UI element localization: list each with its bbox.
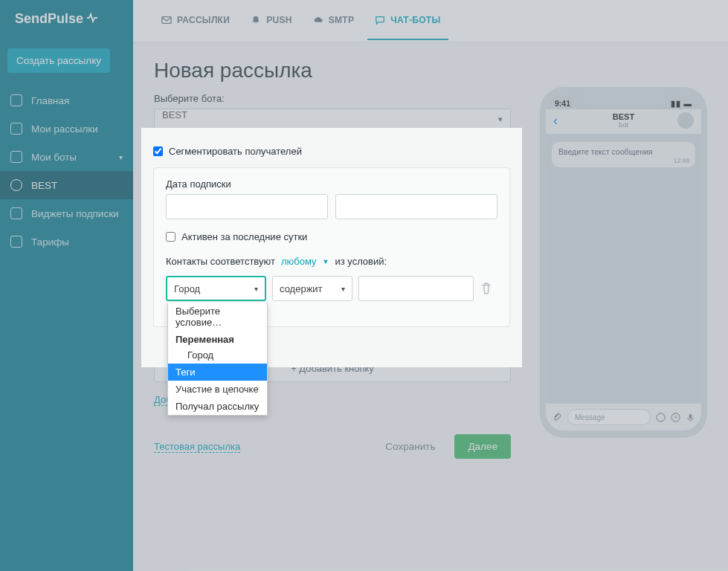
chat-bubble: Введите текст сообщения 12:48 bbox=[552, 142, 695, 167]
chat-message-field[interactable]: Message bbox=[567, 409, 651, 425]
campaigns-icon bbox=[10, 123, 22, 135]
nav-label: BEST bbox=[31, 180, 57, 191]
tab-mailings[interactable]: РАССЫЛКИ bbox=[154, 1, 237, 40]
mail-icon bbox=[161, 15, 172, 25]
chevron-down-icon: ▾ bbox=[119, 153, 123, 161]
pulse-icon bbox=[86, 13, 98, 26]
phone-preview: 9:41 ▮▮ ▬ ‹ BEST bot Введите текст сообщ… bbox=[540, 87, 707, 438]
tab-chatbots[interactable]: ЧАТ-БОТЫ bbox=[367, 1, 448, 40]
mic-icon[interactable] bbox=[686, 413, 695, 422]
segment-checkbox[interactable] bbox=[153, 146, 163, 156]
chat-bot-sub: bot bbox=[613, 121, 634, 129]
tab-label: SMTP bbox=[329, 15, 355, 25]
opt-group-var: Переменная bbox=[168, 331, 267, 346]
active-24h-checkbox[interactable] bbox=[166, 232, 175, 242]
attach-icon[interactable] bbox=[552, 412, 562, 422]
nav-campaigns[interactable]: Мои рассылки bbox=[0, 114, 133, 143]
bubble-text: Введите текст сообщения bbox=[558, 147, 653, 156]
svg-point-1 bbox=[657, 413, 665, 421]
filter-operator-select[interactable]: содержит bbox=[272, 276, 352, 301]
opt-placeholder[interactable]: Выберите условие… bbox=[168, 303, 267, 331]
phone-signal-icons: ▮▮ ▬ bbox=[671, 99, 692, 108]
logo: SendPulse bbox=[0, 0, 133, 38]
filter-field-value: Город bbox=[174, 283, 200, 294]
chat-body: Введите текст сообщения 12:48 bbox=[546, 135, 701, 179]
chat-input-bar: Message bbox=[546, 403, 701, 430]
nav-bot-best[interactable]: BEST bbox=[0, 171, 133, 199]
opt-in-chain[interactable]: Участие в цепочке bbox=[168, 381, 267, 398]
cond-suffix: из условий: bbox=[335, 256, 387, 267]
segment-panel: Сегментировать получателей Дата подписки… bbox=[141, 128, 522, 367]
tab-smtp[interactable]: SMTP bbox=[306, 1, 362, 40]
segment-label: Сегментировать получателей bbox=[169, 146, 302, 157]
phone-time: 9:41 bbox=[555, 99, 570, 108]
chat-bot-name: BEST bbox=[613, 112, 634, 121]
active-label: Активен за последние сутки bbox=[181, 231, 307, 242]
svg-rect-3 bbox=[689, 413, 692, 419]
filter-op-value: содержит bbox=[280, 283, 323, 294]
date-to-input[interactable] bbox=[335, 194, 497, 219]
chat-msg-placeholder: Message bbox=[575, 413, 605, 422]
tab-label: РАССЫЛКИ bbox=[177, 15, 230, 25]
next-button[interactable]: Далее bbox=[454, 434, 511, 459]
cond-prefix: Контакты соответствуют bbox=[166, 256, 275, 267]
chat-icon bbox=[375, 15, 385, 25]
cloud-icon bbox=[313, 15, 323, 25]
any-selector[interactable]: любому bbox=[281, 256, 317, 267]
tariffs-icon bbox=[10, 236, 22, 248]
bot-dot-icon bbox=[10, 179, 22, 191]
date-label: Дата подписки bbox=[166, 178, 497, 190]
sidebar: SendPulse Создать рассылку Главная Мои р… bbox=[0, 0, 133, 571]
opt-tags[interactable]: Теги bbox=[168, 364, 267, 381]
test-campaign-link[interactable]: Тестовая рассылка bbox=[154, 441, 240, 453]
chat-avatar bbox=[677, 112, 694, 129]
filter-row: Город Выберите условие… Переменная Город… bbox=[166, 276, 497, 301]
svg-rect-0 bbox=[162, 17, 171, 24]
condition-header: Контакты соответствуют любому ▼ из услов… bbox=[166, 256, 497, 267]
nav-label: Мои боты bbox=[31, 152, 77, 163]
top-nav: РАССЫЛКИ PUSH SMTP ЧАТ-БОТЫ bbox=[133, 0, 728, 42]
footer-actions: Тестовая рассылка Сохранить Далее bbox=[154, 434, 511, 459]
filter-dropdown: Выберите условие… Переменная Город Теги … bbox=[167, 303, 268, 416]
phone-notch bbox=[590, 94, 657, 108]
trash-icon[interactable] bbox=[480, 282, 493, 295]
back-icon[interactable]: ‹ bbox=[553, 113, 558, 129]
nav-widgets[interactable]: Виджеты подписки bbox=[0, 199, 133, 228]
chat-header: ‹ BEST bot bbox=[546, 109, 701, 135]
bubble-time: 12:48 bbox=[674, 157, 689, 164]
widgets-icon bbox=[10, 207, 22, 219]
opt-received[interactable]: Получал рассылку bbox=[168, 398, 267, 415]
filter-value-input[interactable] bbox=[358, 276, 474, 301]
date-from-input[interactable] bbox=[166, 194, 328, 219]
tab-push[interactable]: PUSH bbox=[243, 1, 300, 40]
page-title: Новая рассылка bbox=[154, 59, 707, 83]
bot-label: Выберите бота: bbox=[154, 93, 511, 104]
bot-selected: BEST bbox=[162, 109, 187, 120]
create-campaign-button[interactable]: Создать рассылку bbox=[7, 48, 110, 73]
tab-label: PUSH bbox=[266, 15, 292, 25]
nav-label: Главная bbox=[31, 95, 69, 106]
sticker-icon[interactable] bbox=[656, 413, 666, 422]
nav-home[interactable]: Главная bbox=[0, 86, 133, 114]
bots-icon bbox=[10, 151, 22, 163]
nav-label: Виджеты подписки bbox=[31, 208, 119, 219]
triangle-down-icon: ▼ bbox=[323, 258, 329, 265]
logo-text: SendPulse bbox=[15, 11, 83, 27]
home-icon bbox=[10, 94, 22, 106]
opt-city[interactable]: Город bbox=[168, 346, 267, 364]
nav-tariffs[interactable]: Тарифы bbox=[0, 228, 133, 256]
tab-label: ЧАТ-БОТЫ bbox=[390, 15, 440, 25]
clock-icon[interactable] bbox=[671, 413, 680, 422]
nav-bots[interactable]: Мои боты▾ bbox=[0, 143, 133, 171]
bell-icon bbox=[251, 15, 261, 25]
save-button[interactable]: Сохранить bbox=[373, 434, 447, 459]
filter-field-select[interactable]: Город Выберите условие… Переменная Город… bbox=[166, 276, 266, 301]
nav-label: Тарифы bbox=[31, 236, 69, 248]
nav-label: Мои рассылки bbox=[31, 123, 98, 135]
